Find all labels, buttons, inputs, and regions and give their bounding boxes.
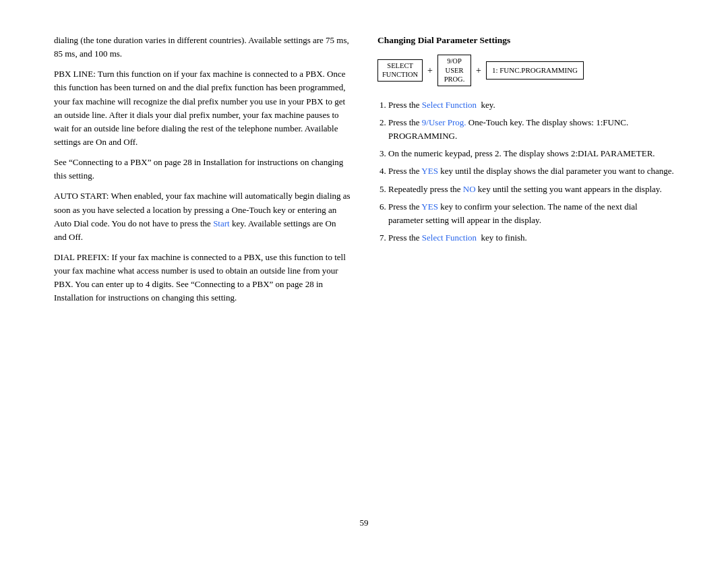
- op-user-key: 9/OP USER PROG.: [437, 55, 471, 86]
- step-2: Press the 9/User Prog. One-Touch key. Th…: [388, 116, 674, 143]
- start-key-highlight: Start: [213, 218, 230, 228]
- op-user-line3: PROG.: [444, 75, 465, 84]
- op-user-line1: 9/OP: [447, 57, 462, 66]
- step-4: Press the YES key until the display show…: [388, 164, 674, 178]
- step6-highlight: YES: [421, 201, 438, 212]
- select-function-key: SELECT FUNCTION: [377, 59, 423, 82]
- right-column: Changing Dial Parameter Settings SELECT …: [377, 34, 674, 511]
- steps-list: Press the Select Function key. Press the…: [377, 98, 674, 245]
- columns-container: dialing (the tone duration varies in dif…: [54, 34, 674, 511]
- step-6: Press the YES key to confirm your select…: [388, 200, 674, 227]
- select-function-line2: FUNCTION: [382, 70, 418, 80]
- para-2: PBX LINE: Turn this function on if your …: [54, 67, 351, 149]
- diagram: SELECT FUNCTION + 9/OP USER PROG. + 1: F…: [377, 55, 674, 86]
- step-3: On the numeric keypad, press 2. The disp…: [388, 147, 674, 160]
- para-5: DIAL PREFIX: If your fax machine is conn…: [54, 251, 351, 305]
- step-7: Press the Select Function key to finish.: [388, 231, 674, 245]
- page-number: 59: [54, 518, 674, 528]
- step-5: Repeatedly press the NO key until the se…: [388, 183, 674, 196]
- step5-highlight: NO: [463, 184, 476, 194]
- para-1: dialing (the tone duration varies in dif…: [54, 34, 351, 61]
- select-function-line1: SELECT: [387, 61, 413, 71]
- page: dialing (the tone duration varies in dif…: [0, 0, 728, 562]
- step2-highlight: 9/User Prog.: [422, 117, 466, 127]
- plus-sign-1: +: [427, 63, 433, 78]
- func-prog-box: 1: FUNC.PROGRAMMING: [486, 61, 584, 80]
- section-heading: Changing Dial Parameter Settings: [377, 34, 674, 48]
- para-3: See “Connecting to a PBX” on page 28 in …: [54, 156, 351, 183]
- step-1: Press the Select Function key.: [388, 98, 674, 112]
- para-4: AUTO START: When enabled, your fax machi…: [54, 189, 351, 244]
- plus-sign-2: +: [476, 63, 481, 78]
- step7-highlight: Select Function: [422, 232, 477, 243]
- op-user-line2: USER: [446, 66, 464, 75]
- left-column: dialing (the tone duration varies in dif…: [54, 34, 351, 511]
- step4-highlight: YES: [421, 166, 438, 176]
- step1-highlight: Select Function: [422, 100, 477, 110]
